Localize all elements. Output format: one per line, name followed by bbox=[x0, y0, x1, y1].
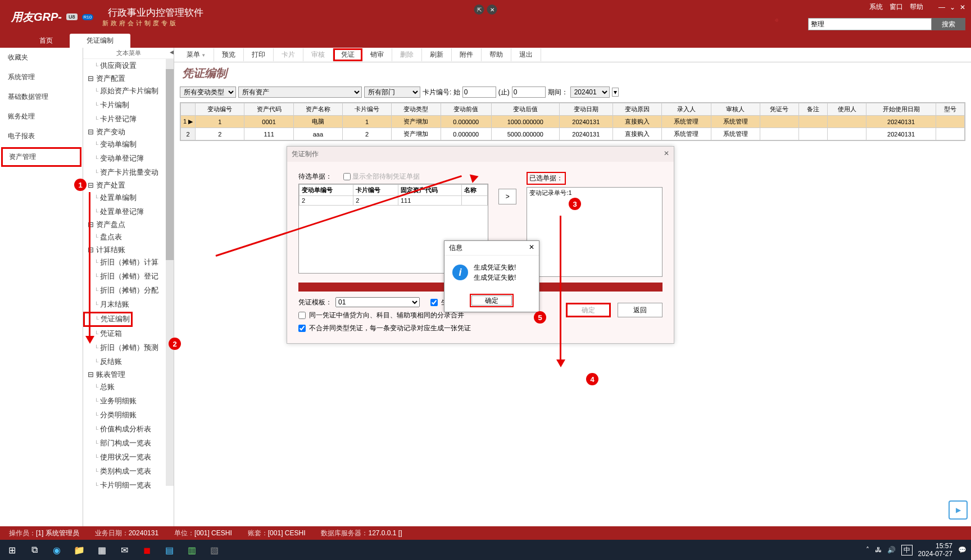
search-input[interactable] bbox=[808, 18, 932, 30]
grid-header[interactable]: 录入人 bbox=[662, 103, 711, 116]
tree-item-29[interactable]: 使用状况一览表 bbox=[83, 450, 174, 465]
grid-header[interactable]: 备注 bbox=[799, 103, 828, 116]
tree-item-3[interactable]: 卡片编制 bbox=[83, 98, 174, 112]
app-icon-4[interactable]: ▧ bbox=[206, 541, 223, 558]
grid-cell[interactable]: 资产增加 bbox=[392, 116, 441, 128]
grid-cell[interactable]: 5000.000000 bbox=[492, 128, 560, 140]
tree-item-17[interactable]: 折旧（摊销）分配 bbox=[83, 284, 174, 298]
period-spinner-icon[interactable]: ▾ bbox=[612, 88, 619, 97]
grid-cell[interactable]: 系统管理 bbox=[662, 116, 711, 128]
grid-cell[interactable] bbox=[799, 116, 828, 128]
tree-item-28[interactable]: 部门构成一览表 bbox=[83, 436, 174, 450]
task-view-icon[interactable]: ⧉ bbox=[26, 541, 43, 558]
nav-basedata[interactable]: 基础数据管理 bbox=[0, 87, 83, 107]
grid-cell[interactable] bbox=[828, 116, 866, 128]
grid-header[interactable]: 凭证号 bbox=[760, 103, 798, 116]
tab-voucher-edit[interactable]: 凭证编制 bbox=[70, 34, 130, 48]
tree-item-0[interactable]: 供应商设置 bbox=[83, 59, 174, 73]
filter-type[interactable]: 所有变动类型 bbox=[180, 86, 236, 98]
grid-cell[interactable]: 电脑 bbox=[293, 116, 342, 128]
grid-cell[interactable]: 1000.000000 bbox=[492, 116, 560, 128]
nav-report[interactable]: 电子报表 bbox=[0, 126, 83, 146]
tpl-select[interactable]: 01 bbox=[335, 297, 420, 307]
tree-item-30[interactable]: 类别构成一览表 bbox=[83, 465, 174, 479]
toolbar-item-11[interactable]: 退出 bbox=[511, 48, 541, 61]
toolbar-item-6[interactable]: 销审 bbox=[362, 48, 392, 61]
toolbar-item-10[interactable]: 帮助 bbox=[482, 48, 511, 61]
grid-cell[interactable]: 2 bbox=[196, 128, 244, 140]
grid-cell[interactable]: 直接购入 bbox=[613, 116, 662, 128]
grid-cell[interactable]: 0.000000 bbox=[441, 116, 491, 128]
grid-cell[interactable]: 系统管理 bbox=[662, 128, 711, 140]
tree-item-6[interactable]: 变动单编制 bbox=[83, 138, 174, 152]
tray-network-icon[interactable]: 🖧 bbox=[875, 546, 882, 554]
search-button[interactable]: 搜索 bbox=[932, 18, 965, 30]
grid-cell[interactable]: 系统管理 bbox=[711, 128, 760, 140]
tree-group-5[interactable]: 资产变动 bbox=[83, 126, 174, 138]
tree-item-24[interactable]: 总账 bbox=[83, 380, 174, 394]
tree-item-31[interactable]: 卡片明细一览表 bbox=[83, 479, 174, 493]
minimize-icon[interactable]: — bbox=[938, 3, 945, 11]
restore-icon[interactable]: ⌄ bbox=[950, 3, 955, 11]
grid-cell[interactable] bbox=[936, 128, 964, 140]
transfer-button[interactable]: > bbox=[498, 189, 516, 204]
tree-item-4[interactable]: 卡片登记簿 bbox=[83, 112, 174, 126]
tab-home[interactable]: 首页 bbox=[22, 34, 70, 48]
tray-ime[interactable]: 中 bbox=[901, 545, 913, 556]
tree-item-18[interactable]: 月末结账 bbox=[83, 298, 174, 312]
nav-account[interactable]: 账务处理 bbox=[0, 107, 83, 126]
grid-cell[interactable]: 资产增加 bbox=[392, 128, 441, 140]
grid-cell[interactable]: 0001 bbox=[244, 116, 293, 128]
grid-cell[interactable]: 2 bbox=[343, 128, 392, 140]
grid-cell[interactable]: 1 bbox=[343, 116, 392, 128]
tree-item-22[interactable]: 反结账 bbox=[83, 355, 174, 369]
tray-sound-icon[interactable]: 🔊 bbox=[887, 546, 896, 554]
tree-item-7[interactable]: 变动单登记簿 bbox=[83, 152, 174, 166]
tree-group-14[interactable]: 计算结账 bbox=[83, 244, 174, 256]
modal-close-icon[interactable]: ✕ bbox=[664, 149, 669, 159]
grid-header[interactable]: 变动日期 bbox=[559, 103, 612, 116]
pin-icon[interactable]: ⇱ bbox=[474, 4, 484, 15]
modal-back-button[interactable]: 返回 bbox=[618, 303, 663, 317]
grid-cell[interactable]: aaa bbox=[293, 128, 342, 140]
grid-header[interactable]: 卡片编号 bbox=[343, 103, 392, 116]
selected-table[interactable]: 变动记录单号:1 bbox=[527, 187, 663, 277]
nav-favorites[interactable]: 收藏夹 bbox=[0, 48, 83, 67]
toolbar-item-2[interactable]: 打印 bbox=[244, 48, 274, 61]
grid-header[interactable]: 使用人 bbox=[828, 103, 866, 116]
tree-item-15[interactable]: 折旧（摊销）计算 bbox=[83, 256, 174, 270]
mail-icon[interactable]: ✉ bbox=[116, 541, 133, 558]
start-icon[interactable]: ⊞ bbox=[3, 541, 20, 558]
tree-item-20[interactable]: 凭证箱 bbox=[83, 327, 174, 341]
selected-item[interactable]: 变动记录单号:1 bbox=[527, 188, 662, 198]
tree-group-9[interactable]: 资产处置 bbox=[83, 180, 174, 191]
grid-cell[interactable]: 系统管理 bbox=[711, 116, 760, 128]
menu-help[interactable]: 帮助 bbox=[910, 2, 923, 12]
card-start-input[interactable] bbox=[462, 86, 496, 98]
tree-group-23[interactable]: 账表管理 bbox=[83, 369, 174, 380]
tree-item-11[interactable]: 处置单登记簿 bbox=[83, 205, 174, 219]
grid-cell[interactable] bbox=[936, 116, 964, 128]
tree-item-16[interactable]: 折旧（摊销）登记 bbox=[83, 270, 174, 284]
tree-item-21[interactable]: 折旧（摊销）预测 bbox=[83, 341, 174, 355]
grid-cell[interactable] bbox=[760, 116, 798, 128]
close-icon[interactable]: ✕ bbox=[960, 3, 965, 11]
tree-scrollbar[interactable] bbox=[166, 59, 174, 486]
tree-item-13[interactable]: 盘点表 bbox=[83, 230, 174, 244]
menu-system[interactable]: 系统 bbox=[869, 2, 883, 12]
toolbar-item-9[interactable]: 附件 bbox=[452, 48, 482, 61]
grid-header[interactable]: 资产代码 bbox=[244, 103, 293, 116]
tray-up-icon[interactable]: ˄ bbox=[866, 546, 869, 554]
toolbar-item-0[interactable]: 菜单 bbox=[179, 48, 214, 61]
edge-icon[interactable]: ◉ bbox=[48, 541, 65, 558]
grid-cell[interactable]: 0.000000 bbox=[441, 128, 491, 140]
grid-cell[interactable] bbox=[799, 128, 828, 140]
period-select[interactable]: 202401 bbox=[570, 86, 610, 98]
app-icon-3[interactable]: ▥ bbox=[183, 541, 200, 558]
card-end-input[interactable] bbox=[512, 86, 546, 98]
tree-group-1[interactable]: 资产配置 bbox=[83, 73, 174, 84]
tree-item-27[interactable]: 价值构成分析表 bbox=[83, 422, 174, 436]
toolbar-item-1[interactable]: 预览 bbox=[214, 48, 244, 61]
app-icon-2[interactable]: ▤ bbox=[161, 541, 178, 558]
tree-item-25[interactable]: 业务明细账 bbox=[83, 394, 174, 408]
